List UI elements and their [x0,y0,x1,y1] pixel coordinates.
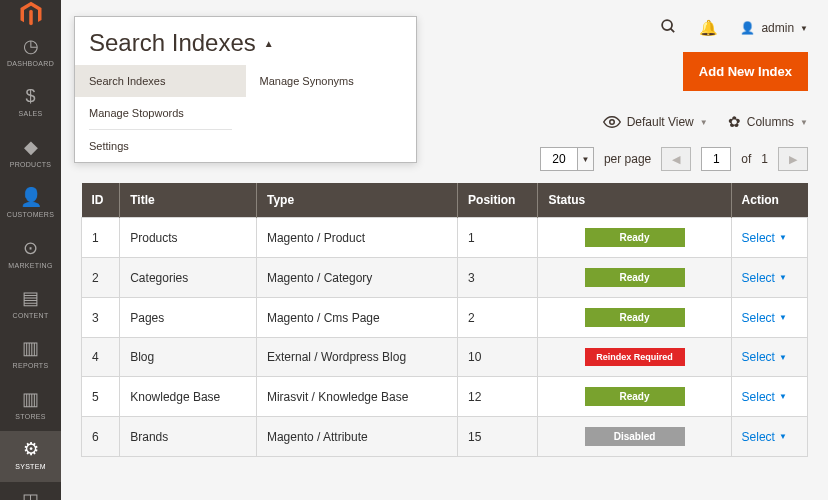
cell-status: Reindex Required [538,338,731,377]
nav-system[interactable]: ⚙ SYSTEM [0,431,61,481]
nav-dashboard[interactable]: ◷ DASHBOARD [0,28,61,78]
columns-label: Columns [747,115,794,129]
table-row[interactable]: 4BlogExternal / Wordpress Blog10Reindex … [82,338,808,377]
th-id[interactable]: ID [82,183,120,218]
cell-title: Brands [120,417,257,457]
th-action[interactable]: Action [731,183,807,218]
nav-reports[interactable]: ▥ REPORTS [0,330,61,380]
caret-down-icon: ▼ [779,273,787,282]
table-row[interactable]: 5Knowledge BaseMirasvit / Knowledge Base… [82,377,808,417]
nav-customers[interactable]: 👤 CUSTOMERS [0,179,61,229]
next-page-button[interactable]: ▶ [778,147,808,171]
eye-icon [603,114,621,131]
cell-status: Ready [538,258,731,298]
nav-sales[interactable]: $ SALES [0,78,61,128]
nav-label: SYSTEM [15,463,46,471]
nav-marketing[interactable]: ⊙ MARKETING [0,230,61,280]
reports-icon: ▥ [22,338,39,358]
main-content: Search Indexes ▲ 🔔 👤 admin ▼ Search Inde… [61,0,828,500]
nav-label: MARKETING [8,262,52,270]
select-action[interactable]: Select ▼ [742,430,787,444]
per-page-label: per page [604,152,651,166]
cell-type: Magento / Product [256,218,457,258]
cell-title: Blog [120,338,257,377]
nav-partners[interactable]: ◫ FIND PARTNERS & EXTENSIONS [0,482,61,500]
user-icon: 👤 [740,21,755,35]
table-row[interactable]: 2CategoriesMagento / Category3ReadySelec… [82,258,808,298]
caret-up-icon: ▲ [264,38,274,49]
admin-sidebar: ◷ DASHBOARD $ SALES ◆ PRODUCTS 👤 CUSTOME… [0,0,61,500]
nav-content[interactable]: ▤ CONTENT [0,280,61,330]
dropdown-item-manage-stopwords[interactable]: Manage Stopwords [75,97,246,129]
cell-position: 15 [458,417,538,457]
cell-type: Magento / Category [256,258,457,298]
nav-products[interactable]: ◆ PRODUCTS [0,129,61,179]
dropdown-item-manage-synonyms[interactable]: Manage Synonyms [246,65,417,97]
table-row[interactable]: 1ProductsMagento / Product1ReadySelect ▼ [82,218,808,258]
cell-position: 10 [458,338,538,377]
gear-icon: ✿ [728,113,741,131]
cell-status: Ready [538,218,731,258]
th-title[interactable]: Title [120,183,257,218]
table-row[interactable]: 3PagesMagento / Cms Page2ReadySelect ▼ [82,298,808,338]
nav-label: SALES [18,110,42,118]
prev-page-button[interactable]: ◀ [661,147,691,171]
notifications-icon[interactable]: 🔔 [699,19,718,37]
system-icon: ⚙ [23,439,39,459]
cell-action: Select ▼ [731,298,807,338]
cell-id: 2 [82,258,120,298]
dropdown-title[interactable]: Search Indexes ▲ [75,17,416,65]
cell-status: Ready [538,377,731,417]
page-input[interactable] [701,147,731,171]
select-action[interactable]: Select ▼ [742,350,787,364]
cell-title: Products [120,218,257,258]
caret-down-icon: ▼ [700,118,708,127]
table-row[interactable]: 6BrandsMagento / Attribute15DisabledSele… [82,417,808,457]
magento-logo[interactable] [0,0,61,28]
cell-status: Disabled [538,417,731,457]
per-page-dropdown-button[interactable]: ▼ [578,147,594,171]
customers-icon: 👤 [20,187,42,207]
sales-icon: $ [25,86,35,106]
cell-title: Pages [120,298,257,338]
caret-down-icon: ▼ [800,24,808,33]
cell-id: 3 [82,298,120,338]
th-status[interactable]: Status [538,183,731,218]
select-action[interactable]: Select ▼ [742,390,787,404]
cell-action: Select ▼ [731,338,807,377]
dropdown-item-settings[interactable]: Settings [75,130,246,162]
cell-title: Knowledge Base [120,377,257,417]
products-icon: ◆ [24,137,38,157]
caret-down-icon: ▼ [779,233,787,242]
nav-label: CONTENT [13,312,49,320]
svg-line-1 [671,29,675,33]
cell-position: 1 [458,218,538,258]
header-controls: 🔔 👤 admin ▼ [660,18,808,38]
indexes-table: ID Title Type Position Status Action 1Pr… [81,183,808,457]
per-page-input[interactable] [540,147,578,171]
th-type[interactable]: Type [256,183,457,218]
select-action[interactable]: Select ▼ [742,271,787,285]
dropdown-item-search-indexes[interactable]: Search Indexes [75,65,246,97]
caret-down-icon: ▼ [779,313,787,322]
default-view-label: Default View [627,115,694,129]
partners-icon: ◫ [22,490,39,500]
user-name: admin [761,21,794,35]
search-icon[interactable] [660,18,677,38]
select-action[interactable]: Select ▼ [742,231,787,245]
status-badge: Ready [585,228,685,247]
th-position[interactable]: Position [458,183,538,218]
cell-type: Magento / Cms Page [256,298,457,338]
nav-stores[interactable]: ▥ STORES [0,381,61,431]
nav-label: DASHBOARD [7,60,54,68]
default-view-toggle[interactable]: Default View ▼ [603,114,708,131]
cell-title: Categories [120,258,257,298]
add-new-index-button[interactable]: Add New Index [683,52,808,91]
user-menu[interactable]: 👤 admin ▼ [740,21,808,35]
page-header: Search Indexes ▲ 🔔 👤 admin ▼ Search Inde… [61,0,828,52]
columns-toggle[interactable]: ✿ Columns ▼ [728,113,808,131]
select-action[interactable]: Select ▼ [742,311,787,325]
cell-position: 2 [458,298,538,338]
nav-label: CUSTOMERS [7,211,54,219]
cell-action: Select ▼ [731,218,807,258]
